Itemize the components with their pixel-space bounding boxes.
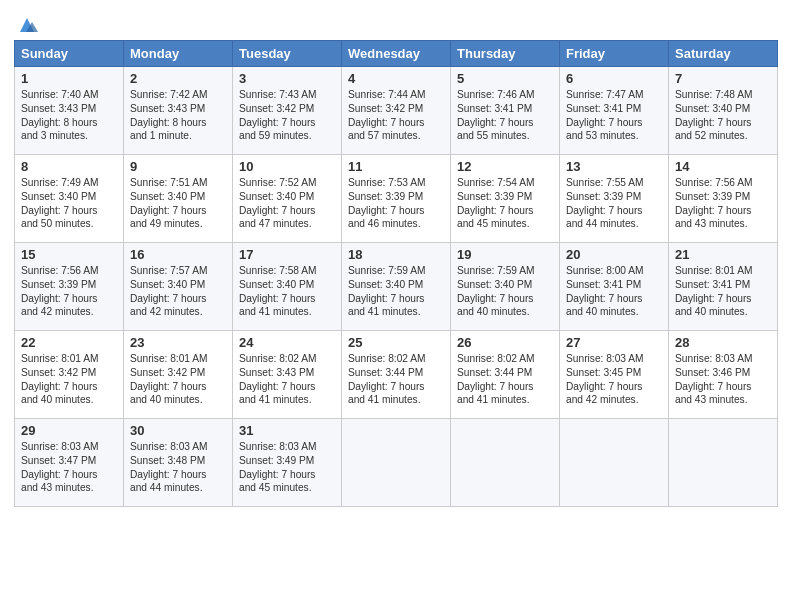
calendar-cell: 6Sunrise: 7:47 AMSunset: 3:41 PMDaylight… xyxy=(560,67,669,155)
day-number: 7 xyxy=(675,71,771,86)
day-number: 12 xyxy=(457,159,553,174)
day-number: 1 xyxy=(21,71,117,86)
cell-info: Sunrise: 7:52 AMSunset: 3:40 PMDaylight:… xyxy=(239,176,335,231)
calendar-cell: 14Sunrise: 7:56 AMSunset: 3:39 PMDayligh… xyxy=(669,155,778,243)
calendar-week-row: 22Sunrise: 8:01 AMSunset: 3:42 PMDayligh… xyxy=(15,331,778,419)
cell-info: Sunrise: 7:56 AMSunset: 3:39 PMDaylight:… xyxy=(21,264,117,319)
day-number: 10 xyxy=(239,159,335,174)
cell-info: Sunrise: 8:03 AMSunset: 3:48 PMDaylight:… xyxy=(130,440,226,495)
day-number: 5 xyxy=(457,71,553,86)
day-number: 3 xyxy=(239,71,335,86)
cell-info: Sunrise: 8:01 AMSunset: 3:41 PMDaylight:… xyxy=(675,264,771,319)
calendar-week-row: 29Sunrise: 8:03 AMSunset: 3:47 PMDayligh… xyxy=(15,419,778,507)
calendar-cell: 21Sunrise: 8:01 AMSunset: 3:41 PMDayligh… xyxy=(669,243,778,331)
day-number: 19 xyxy=(457,247,553,262)
calendar-cell xyxy=(451,419,560,507)
day-number: 31 xyxy=(239,423,335,438)
day-number: 28 xyxy=(675,335,771,350)
calendar-cell: 13Sunrise: 7:55 AMSunset: 3:39 PMDayligh… xyxy=(560,155,669,243)
calendar-cell: 23Sunrise: 8:01 AMSunset: 3:42 PMDayligh… xyxy=(124,331,233,419)
day-number: 13 xyxy=(566,159,662,174)
calendar-header-tuesday: Tuesday xyxy=(233,41,342,67)
day-number: 25 xyxy=(348,335,444,350)
calendar-cell: 8Sunrise: 7:49 AMSunset: 3:40 PMDaylight… xyxy=(15,155,124,243)
cell-info: Sunrise: 7:46 AMSunset: 3:41 PMDaylight:… xyxy=(457,88,553,143)
cell-info: Sunrise: 8:03 AMSunset: 3:49 PMDaylight:… xyxy=(239,440,335,495)
day-number: 22 xyxy=(21,335,117,350)
day-number: 4 xyxy=(348,71,444,86)
calendar-cell: 18Sunrise: 7:59 AMSunset: 3:40 PMDayligh… xyxy=(342,243,451,331)
cell-info: Sunrise: 7:58 AMSunset: 3:40 PMDaylight:… xyxy=(239,264,335,319)
cell-info: Sunrise: 8:02 AMSunset: 3:43 PMDaylight:… xyxy=(239,352,335,407)
calendar-cell: 7Sunrise: 7:48 AMSunset: 3:40 PMDaylight… xyxy=(669,67,778,155)
calendar-week-row: 1Sunrise: 7:40 AMSunset: 3:43 PMDaylight… xyxy=(15,67,778,155)
cell-info: Sunrise: 7:48 AMSunset: 3:40 PMDaylight:… xyxy=(675,88,771,143)
cell-info: Sunrise: 7:51 AMSunset: 3:40 PMDaylight:… xyxy=(130,176,226,231)
calendar-cell: 20Sunrise: 8:00 AMSunset: 3:41 PMDayligh… xyxy=(560,243,669,331)
cell-info: Sunrise: 7:53 AMSunset: 3:39 PMDaylight:… xyxy=(348,176,444,231)
day-number: 2 xyxy=(130,71,226,86)
day-number: 11 xyxy=(348,159,444,174)
day-number: 21 xyxy=(675,247,771,262)
cell-info: Sunrise: 8:03 AMSunset: 3:46 PMDaylight:… xyxy=(675,352,771,407)
calendar-cell: 3Sunrise: 7:43 AMSunset: 3:42 PMDaylight… xyxy=(233,67,342,155)
day-number: 17 xyxy=(239,247,335,262)
cell-info: Sunrise: 8:02 AMSunset: 3:44 PMDaylight:… xyxy=(348,352,444,407)
calendar-cell: 25Sunrise: 8:02 AMSunset: 3:44 PMDayligh… xyxy=(342,331,451,419)
day-number: 20 xyxy=(566,247,662,262)
day-number: 27 xyxy=(566,335,662,350)
logo-icon xyxy=(16,14,38,36)
cell-info: Sunrise: 7:40 AMSunset: 3:43 PMDaylight:… xyxy=(21,88,117,143)
calendar-cell: 29Sunrise: 8:03 AMSunset: 3:47 PMDayligh… xyxy=(15,419,124,507)
cell-info: Sunrise: 7:59 AMSunset: 3:40 PMDaylight:… xyxy=(457,264,553,319)
cell-info: Sunrise: 7:59 AMSunset: 3:40 PMDaylight:… xyxy=(348,264,444,319)
logo xyxy=(14,14,38,36)
day-number: 8 xyxy=(21,159,117,174)
calendar-header-thursday: Thursday xyxy=(451,41,560,67)
calendar-cell: 28Sunrise: 8:03 AMSunset: 3:46 PMDayligh… xyxy=(669,331,778,419)
calendar-cell: 4Sunrise: 7:44 AMSunset: 3:42 PMDaylight… xyxy=(342,67,451,155)
calendar-cell: 15Sunrise: 7:56 AMSunset: 3:39 PMDayligh… xyxy=(15,243,124,331)
calendar-cell: 11Sunrise: 7:53 AMSunset: 3:39 PMDayligh… xyxy=(342,155,451,243)
calendar-cell xyxy=(342,419,451,507)
day-number: 26 xyxy=(457,335,553,350)
day-number: 23 xyxy=(130,335,226,350)
cell-info: Sunrise: 7:55 AMSunset: 3:39 PMDaylight:… xyxy=(566,176,662,231)
calendar-cell: 12Sunrise: 7:54 AMSunset: 3:39 PMDayligh… xyxy=(451,155,560,243)
cell-info: Sunrise: 7:56 AMSunset: 3:39 PMDaylight:… xyxy=(675,176,771,231)
calendar-cell: 26Sunrise: 8:02 AMSunset: 3:44 PMDayligh… xyxy=(451,331,560,419)
calendar-cell: 22Sunrise: 8:01 AMSunset: 3:42 PMDayligh… xyxy=(15,331,124,419)
day-number: 6 xyxy=(566,71,662,86)
calendar-cell: 5Sunrise: 7:46 AMSunset: 3:41 PMDaylight… xyxy=(451,67,560,155)
calendar-header-friday: Friday xyxy=(560,41,669,67)
calendar-cell: 30Sunrise: 8:03 AMSunset: 3:48 PMDayligh… xyxy=(124,419,233,507)
calendar-cell: 9Sunrise: 7:51 AMSunset: 3:40 PMDaylight… xyxy=(124,155,233,243)
calendar-cell: 24Sunrise: 8:02 AMSunset: 3:43 PMDayligh… xyxy=(233,331,342,419)
calendar-cell: 2Sunrise: 7:42 AMSunset: 3:43 PMDaylight… xyxy=(124,67,233,155)
calendar-header-saturday: Saturday xyxy=(669,41,778,67)
cell-info: Sunrise: 7:42 AMSunset: 3:43 PMDaylight:… xyxy=(130,88,226,143)
calendar-cell: 17Sunrise: 7:58 AMSunset: 3:40 PMDayligh… xyxy=(233,243,342,331)
cell-info: Sunrise: 7:47 AMSunset: 3:41 PMDaylight:… xyxy=(566,88,662,143)
calendar-header-wednesday: Wednesday xyxy=(342,41,451,67)
calendar-cell: 19Sunrise: 7:59 AMSunset: 3:40 PMDayligh… xyxy=(451,243,560,331)
cell-info: Sunrise: 8:03 AMSunset: 3:45 PMDaylight:… xyxy=(566,352,662,407)
cell-info: Sunrise: 8:00 AMSunset: 3:41 PMDaylight:… xyxy=(566,264,662,319)
calendar-cell xyxy=(560,419,669,507)
cell-info: Sunrise: 7:49 AMSunset: 3:40 PMDaylight:… xyxy=(21,176,117,231)
calendar-cell: 10Sunrise: 7:52 AMSunset: 3:40 PMDayligh… xyxy=(233,155,342,243)
day-number: 16 xyxy=(130,247,226,262)
calendar-cell xyxy=(669,419,778,507)
header xyxy=(14,10,778,36)
day-number: 24 xyxy=(239,335,335,350)
calendar-week-row: 15Sunrise: 7:56 AMSunset: 3:39 PMDayligh… xyxy=(15,243,778,331)
calendar-cell: 27Sunrise: 8:03 AMSunset: 3:45 PMDayligh… xyxy=(560,331,669,419)
day-number: 9 xyxy=(130,159,226,174)
calendar-week-row: 8Sunrise: 7:49 AMSunset: 3:40 PMDaylight… xyxy=(15,155,778,243)
day-number: 14 xyxy=(675,159,771,174)
cell-info: Sunrise: 8:03 AMSunset: 3:47 PMDaylight:… xyxy=(21,440,117,495)
day-number: 18 xyxy=(348,247,444,262)
calendar-cell: 1Sunrise: 7:40 AMSunset: 3:43 PMDaylight… xyxy=(15,67,124,155)
cell-info: Sunrise: 8:02 AMSunset: 3:44 PMDaylight:… xyxy=(457,352,553,407)
calendar-header-monday: Monday xyxy=(124,41,233,67)
